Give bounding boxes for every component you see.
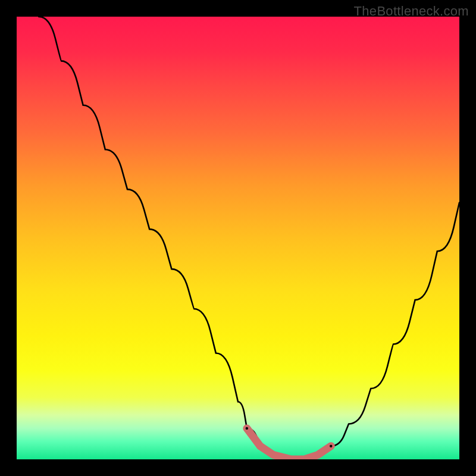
plot-area bbox=[17, 17, 459, 459]
curve-path bbox=[39, 17, 459, 459]
chart-frame: TheBottleneck.com bbox=[0, 0, 476, 476]
good-zone-marker bbox=[247, 428, 331, 459]
bottleneck-curve bbox=[17, 17, 459, 459]
curve-dot bbox=[246, 427, 248, 430]
curve-dot bbox=[330, 444, 332, 447]
